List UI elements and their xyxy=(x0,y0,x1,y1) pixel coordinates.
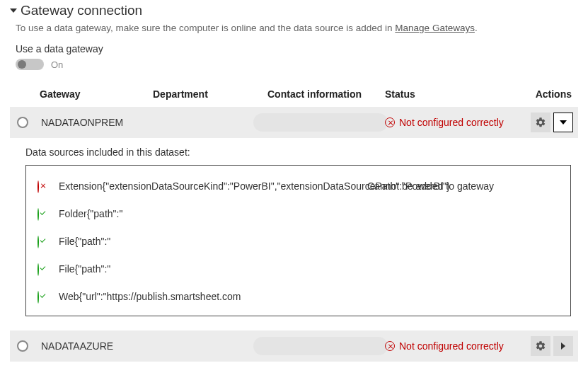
data-sources-heading: Data sources included in this dataset: xyxy=(25,146,571,158)
gateway-settings-button[interactable] xyxy=(531,336,550,356)
help-prefix: To use a data gateway, make sure the com… xyxy=(16,23,395,33)
data-source-text: File{"path":" xyxy=(59,235,363,248)
contact-redacted xyxy=(253,113,388,132)
gateway-status: Not configured correctly xyxy=(385,117,515,128)
col-gateway: Gateway xyxy=(40,88,153,100)
col-department: Department xyxy=(153,88,267,100)
use-gateway-toggle[interactable] xyxy=(16,59,44,70)
help-suffix: . xyxy=(475,23,478,33)
data-source-row: Extension{"extensionDataSourceKind":"Pow… xyxy=(38,174,559,202)
data-source-text: File{"path":" xyxy=(59,263,363,276)
data-sources-list: Extension{"extensionDataSourceKind":"Pow… xyxy=(25,165,571,316)
check-icon xyxy=(38,236,39,248)
data-source-row: Folder{"path":" xyxy=(38,202,559,229)
caret-down-icon xyxy=(10,8,17,13)
check-icon xyxy=(38,208,39,221)
error-icon xyxy=(38,180,39,193)
chevron-right-icon xyxy=(561,342,565,350)
gateway-radio[interactable] xyxy=(17,117,28,128)
gateway-settings-button[interactable] xyxy=(531,113,550,132)
data-sources-panel: Data sources included in this dataset: E… xyxy=(10,141,578,318)
gateway-expand-button[interactable] xyxy=(553,336,573,356)
error-icon xyxy=(385,117,395,127)
data-source-text: Web{"url":"https://publish.smartsheet.co… xyxy=(59,290,363,304)
gateway-status: Not configured correctly xyxy=(385,340,515,352)
data-source-status: Cannot be added to gateway xyxy=(367,180,559,193)
chevron-down-icon xyxy=(560,120,567,125)
section-header[interactable]: Gateway connection xyxy=(0,3,588,20)
data-source-row: File{"path":" xyxy=(38,229,559,257)
contact-redacted xyxy=(253,337,388,355)
col-contact: Contact information xyxy=(267,88,385,100)
col-status: Status xyxy=(385,88,515,100)
gateway-table-header: Gateway Department Contact information S… xyxy=(10,81,578,107)
use-gateway-label: Use a data gateway xyxy=(0,42,588,59)
gateway-row[interactable]: NADATAAZURE Not configured correctly xyxy=(10,330,578,362)
data-source-text: Folder{"path":" xyxy=(59,207,363,221)
gateway-radio[interactable] xyxy=(17,340,28,352)
manage-gateways-link[interactable]: Manage Gateways xyxy=(395,23,475,33)
gateway-name: NADATAAZURE xyxy=(40,340,153,352)
gear-icon xyxy=(535,117,546,128)
check-icon xyxy=(38,263,39,276)
data-source-text: Extension{"extensionDataSourceKind":"Pow… xyxy=(59,180,363,193)
gateway-name: NADATAONPREM xyxy=(40,117,153,128)
gateway-help-text: To use a data gateway, make sure the com… xyxy=(0,20,588,42)
status-text: Not configured correctly xyxy=(399,340,504,352)
gateway-expand-button[interactable] xyxy=(553,113,573,132)
data-source-row: File{"path":" xyxy=(38,257,559,284)
error-icon xyxy=(385,341,395,351)
data-source-row: Web{"url":"https://publish.smartsheet.co… xyxy=(38,284,559,306)
toggle-state-label: On xyxy=(51,59,63,70)
col-actions: Actions xyxy=(515,88,576,100)
gear-icon xyxy=(535,340,546,352)
toggle-knob xyxy=(18,60,26,69)
gateway-row[interactable]: NADATAONPREM Not configured correctly xyxy=(10,107,578,138)
check-icon xyxy=(38,291,39,304)
section-title: Gateway connection xyxy=(21,3,142,18)
status-text: Not configured correctly xyxy=(399,117,504,128)
